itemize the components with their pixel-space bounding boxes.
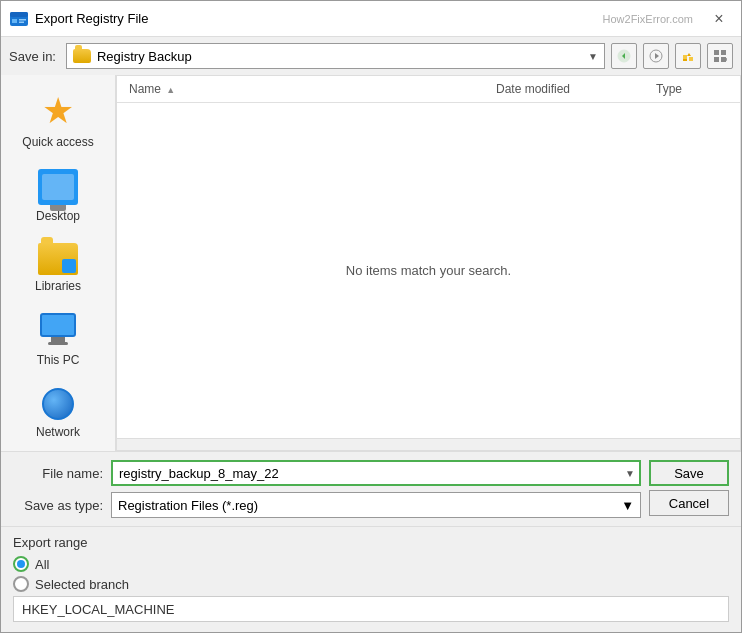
- svg-rect-2: [12, 19, 17, 23]
- sidebar-label-quick-access: Quick access: [22, 135, 93, 149]
- close-button[interactable]: ×: [705, 5, 733, 33]
- libraries-icon: [38, 243, 78, 275]
- sidebar-item-desktop[interactable]: Desktop: [1, 161, 115, 231]
- radio-selected-label: Selected branch: [35, 577, 129, 592]
- branch-field: HKEY_LOCAL_MACHINE: [13, 596, 729, 622]
- bottom-section: File name: ▼ Save as type: Registration …: [1, 451, 741, 526]
- view-button[interactable]: [707, 43, 733, 69]
- main-area: ★ Quick access Desktop Libraries: [1, 75, 741, 451]
- sidebar-label-desktop: Desktop: [36, 209, 80, 223]
- this-pc-icon: [38, 313, 78, 349]
- chevron-down-icon: ▼: [588, 51, 598, 62]
- file-empty-message: No items match your search.: [117, 103, 740, 438]
- up-button[interactable]: [675, 43, 701, 69]
- radio-all-label: All: [35, 557, 49, 572]
- sidebar-item-this-pc[interactable]: This PC: [1, 305, 115, 375]
- svg-rect-12: [714, 57, 719, 62]
- save-in-folder-name: Registry Backup: [97, 49, 582, 64]
- save-button[interactable]: Save: [649, 460, 729, 486]
- back-button[interactable]: [611, 43, 637, 69]
- file-name-input[interactable]: [113, 466, 621, 481]
- sidebar-item-libraries[interactable]: Libraries: [1, 235, 115, 301]
- radio-dot: [17, 560, 25, 568]
- save-in-dropdown[interactable]: Registry Backup ▼: [66, 43, 605, 69]
- action-buttons: Save Cancel: [649, 460, 729, 518]
- svg-rect-8: [683, 55, 687, 59]
- export-range-section: Export range All Selected branch HKEY_LO…: [1, 526, 741, 632]
- radio-selected-row: Selected branch: [13, 576, 729, 592]
- sidebar-label-libraries: Libraries: [35, 279, 81, 293]
- radio-selected-branch[interactable]: [13, 576, 29, 592]
- radio-all-row: All: [13, 556, 729, 572]
- star-icon: ★: [38, 91, 78, 131]
- svg-rect-7: [683, 59, 687, 61]
- file-name-input-wrap: ▼: [111, 460, 641, 486]
- column-date-modified[interactable]: Date modified: [492, 80, 652, 98]
- sidebar-item-quick-access[interactable]: ★ Quick access: [1, 83, 115, 157]
- radio-all[interactable]: [13, 556, 29, 572]
- column-type[interactable]: Type: [652, 80, 732, 98]
- desktop-icon: [38, 169, 78, 205]
- title-bar: Export Registry File How2FixError.com ×: [1, 1, 741, 37]
- file-panel: Name ▲ Date modified Type No items match…: [116, 75, 741, 451]
- cancel-button[interactable]: Cancel: [649, 490, 729, 516]
- dialog-title: Export Registry File: [35, 11, 603, 26]
- sort-indicator: ▲: [166, 85, 175, 95]
- rows-area: File name: ▼ Save as type: Registration …: [13, 460, 641, 518]
- folder-icon: [73, 49, 91, 63]
- save-in-label: Save in:: [9, 49, 56, 64]
- toolbar-row: Save in: Registry Backup ▼: [1, 37, 741, 75]
- sidebar-label-this-pc: This PC: [37, 353, 80, 367]
- network-icon: [38, 387, 78, 421]
- file-type-row: Save as type: Registration Files (*.reg)…: [13, 492, 641, 518]
- column-name[interactable]: Name ▲: [125, 80, 492, 98]
- rows-with-buttons: File name: ▼ Save as type: Registration …: [13, 460, 729, 518]
- file-name-chevron-icon[interactable]: ▼: [621, 468, 639, 479]
- forward-button[interactable]: [643, 43, 669, 69]
- svg-rect-4: [19, 21, 24, 23]
- file-type-chevron-icon: ▼: [621, 498, 634, 513]
- svg-rect-1: [10, 12, 28, 17]
- file-type-select[interactable]: Registration Files (*.reg) ▼: [111, 492, 641, 518]
- dialog-icon: [9, 9, 29, 29]
- file-name-label: File name:: [13, 466, 103, 481]
- file-name-row: File name: ▼: [13, 460, 641, 486]
- watermark: How2FixError.com: [603, 13, 693, 25]
- horizontal-scrollbar[interactable]: [117, 438, 740, 450]
- export-range-title: Export range: [13, 535, 729, 550]
- save-as-label: Save as type:: [13, 498, 103, 513]
- svg-rect-10: [714, 50, 719, 55]
- sidebar: ★ Quick access Desktop Libraries: [1, 75, 116, 451]
- svg-rect-9: [689, 57, 693, 61]
- svg-rect-11: [721, 50, 726, 55]
- export-registry-dialog: Export Registry File How2FixError.com × …: [0, 0, 742, 633]
- svg-rect-3: [19, 19, 26, 21]
- sidebar-label-network: Network: [36, 425, 80, 439]
- file-header: Name ▲ Date modified Type: [117, 76, 740, 103]
- sidebar-item-network[interactable]: Network: [1, 379, 115, 447]
